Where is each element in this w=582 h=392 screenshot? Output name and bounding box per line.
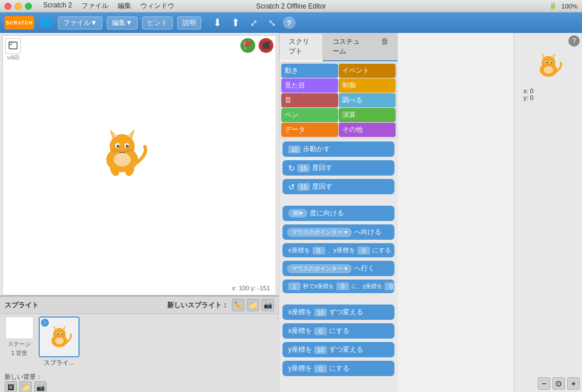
- svg-point-45: [543, 66, 552, 74]
- paint-backdrop-button[interactable]: 🖼: [5, 381, 17, 392]
- script-editor[interactable]: [398, 33, 514, 392]
- block-point-direction[interactable]: 90▾ 度に向ける: [282, 206, 394, 221]
- category-data[interactable]: データ: [281, 123, 338, 137]
- block-goto-xy[interactable]: x座標を 0 、y座標を 0 にする: [282, 243, 394, 257]
- zoom-out-button[interactable]: −: [538, 377, 550, 390]
- edit-menu-button[interactable]: 編集▼: [107, 16, 138, 30]
- category-control[interactable]: 制御: [339, 78, 396, 93]
- green-flag-button[interactable]: 🚩: [240, 38, 255, 53]
- category-sensing[interactable]: 調べる: [339, 93, 396, 107]
- file-menu-button[interactable]: ファイル▼: [58, 16, 102, 30]
- category-more-blocks[interactable]: その他: [339, 123, 396, 137]
- block-move-input[interactable]: 10: [288, 145, 301, 153]
- block-turn-ccw[interactable]: ↺ 15 度回す: [282, 179, 394, 194]
- window-title: Scratch 2 Offline Editor: [256, 2, 326, 10]
- svg-point-13: [127, 145, 128, 146]
- help-icon[interactable]: ?: [283, 16, 296, 29]
- about-button[interactable]: 説明: [177, 16, 201, 30]
- zoom-reset-button[interactable]: ⊙: [552, 377, 565, 390]
- fullscreen-button[interactable]: [25, 3, 32, 10]
- block-glide-x-input[interactable]: 0: [336, 282, 349, 290]
- block-list: 10 歩動かす ↻ 15 度回す ↺ 15 度回す 90▾ 度に向ける: [279, 139, 398, 392]
- help-button[interactable]: ?: [568, 35, 580, 47]
- block-set-y[interactable]: y座標を 0 にする: [282, 361, 394, 376]
- block-set-y-input[interactable]: 0: [314, 365, 327, 373]
- camera-backdrop-button[interactable]: 📷: [34, 381, 47, 392]
- battery-percent: 100%: [562, 3, 577, 10]
- camera-sprite-button[interactable]: 📷: [261, 299, 274, 311]
- svg-point-43: [550, 62, 552, 64]
- right-info-panel: ? x: 0 y: 0: [514, 33, 582, 392]
- menu-bar: Scratch 2 ファイル 編集 ウィンドウ: [43, 1, 174, 11]
- category-pen[interactable]: ペン: [281, 108, 338, 122]
- tab-sounds[interactable]: 音: [372, 33, 398, 60]
- sprite-name: スプライ...: [44, 358, 74, 367]
- block-glide[interactable]: 1 秒でx座標を 0 に、y座標を 0: [282, 280, 394, 293]
- block-goto-x-input[interactable]: 0: [313, 247, 325, 255]
- category-sound[interactable]: 音: [281, 93, 338, 107]
- sprite-thumbnail-image: [44, 322, 75, 353]
- block-change-y[interactable]: y座標を 10 ずつ変える: [282, 342, 394, 357]
- traffic-lights: [5, 3, 32, 10]
- block-towards-dropdown[interactable]: マウスのポインター ▾: [287, 228, 352, 237]
- block-point-towards[interactable]: マウスのポインター ▾ へ向ける: [282, 224, 394, 240]
- tab-scripts[interactable]: スクリプト: [279, 33, 323, 61]
- window-menu[interactable]: ウィンドウ: [140, 1, 174, 11]
- block-goto-y-input[interactable]: 0: [357, 247, 370, 255]
- download-icon[interactable]: ⬇: [210, 15, 225, 30]
- new-sprite-icons: ✏️ 📁 📷: [232, 299, 274, 311]
- expand-icon[interactable]: ⤢: [247, 15, 261, 30]
- block-change-x-input[interactable]: 10: [314, 308, 327, 316]
- title-bar: Scratch 2 ファイル 編集 ウィンドウ Scratch 2 Offlin…: [0, 0, 582, 12]
- battery-icon: 🔋: [549, 2, 557, 10]
- stage-run-controls: 🚩 ⬛: [240, 38, 273, 53]
- block-goto-dropdown[interactable]: マウスのポインター ▾: [287, 264, 352, 273]
- stage-view-button[interactable]: [5, 38, 21, 54]
- sprite-thumbnail[interactable]: i: [39, 316, 80, 357]
- block-change-x[interactable]: x座標を 10 ずつ変える: [282, 305, 394, 320]
- category-looks[interactable]: 見た目: [281, 78, 338, 93]
- sprite-info-badge[interactable]: i: [41, 319, 49, 327]
- sprite-coord-display: x: 0 y: 0: [519, 87, 577, 101]
- stage-thumbnail[interactable]: ステージ 1 背景: [2, 316, 36, 367]
- block-point-value[interactable]: 90▾: [288, 209, 307, 218]
- new-backdrop-area: 新しい背景： 🖼 📁 📷: [0, 369, 278, 392]
- block-glide-secs-input[interactable]: 1: [288, 282, 301, 290]
- hints-button[interactable]: ヒント: [142, 16, 173, 30]
- zoom-controls: − ⊙ +: [538, 377, 580, 390]
- language-button[interactable]: 🌐: [39, 15, 53, 30]
- block-change-y-input[interactable]: 10: [314, 346, 327, 354]
- block-turn-ccw-input[interactable]: 15: [297, 183, 310, 191]
- category-operators[interactable]: 演算: [339, 108, 396, 122]
- scratch-logo: SCRATCH: [5, 16, 34, 30]
- sprite-header: スプライト 新しいスプライト： ✏️ 📁 📷: [0, 297, 278, 314]
- upload-backdrop-button[interactable]: 📁: [19, 381, 32, 392]
- stop-button[interactable]: ⬛: [259, 38, 273, 53]
- coord-x-label: x: 0: [523, 87, 577, 94]
- zoom-in-button[interactable]: +: [567, 377, 580, 390]
- block-set-x-input[interactable]: 0: [314, 327, 327, 335]
- paint-new-sprite-button[interactable]: ✏️: [232, 299, 244, 311]
- minimize-button[interactable]: [15, 3, 22, 10]
- block-glide-y-input[interactable]: 0: [385, 282, 394, 290]
- block-categories: 動き イベント 見た目 制御 音 調べる ペン 演算: [279, 61, 398, 139]
- tab-costumes[interactable]: コスチューム: [323, 33, 372, 60]
- sprite-panel-title: スプライト: [5, 301, 39, 310]
- new-sprite-label: 新しいスプライト：: [167, 301, 228, 310]
- category-events[interactable]: イベント: [339, 64, 396, 78]
- edit-menu[interactable]: 編集: [118, 1, 131, 11]
- upload-new-sprite-button[interactable]: 📁: [247, 299, 259, 311]
- category-motion[interactable]: 動き: [281, 64, 338, 78]
- sprite-item[interactable]: i: [39, 316, 80, 367]
- upload-icon[interactable]: ⬆: [228, 15, 243, 30]
- file-menu[interactable]: ファイル: [81, 1, 109, 11]
- close-button[interactable]: [5, 3, 11, 10]
- block-goto[interactable]: マウスのポインター ▾ へ行く: [282, 261, 394, 276]
- block-turn-cw[interactable]: ↻ 15 度回す: [282, 160, 394, 176]
- block-move[interactable]: 10 歩動かす: [282, 141, 394, 157]
- block-set-x[interactable]: x座標を 0 にする: [282, 323, 394, 339]
- svg-point-32: [59, 336, 60, 337]
- compress-icon[interactable]: ⤡: [265, 15, 280, 30]
- block-turn-cw-input[interactable]: 15: [297, 164, 310, 172]
- app-name: Scratch 2: [43, 1, 72, 11]
